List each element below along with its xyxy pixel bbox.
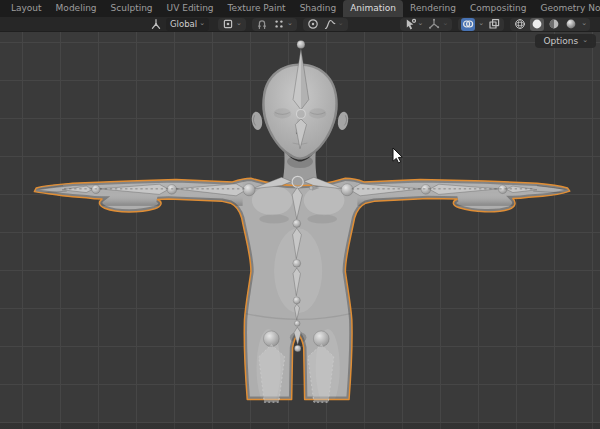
- tab-texture-paint[interactable]: Texture Paint: [221, 0, 293, 17]
- shading-solid-icon[interactable]: [530, 18, 544, 31]
- chevron-down-icon: ⌄: [338, 20, 344, 27]
- snap-magnet-icon[interactable]: [255, 18, 269, 31]
- chevron-down-icon: ⌄: [581, 20, 587, 27]
- tab-animation[interactable]: Animation: [343, 0, 403, 17]
- viewport-3d[interactable]: Options ⌄: [0, 32, 600, 429]
- topbar: Layout Modeling Sculpting UV Editing Tex…: [0, 0, 600, 17]
- viewport-header: Global ⌄ ⌄: [0, 17, 600, 32]
- chevron-down-icon: ⌄: [236, 20, 242, 27]
- falloff-curve-icon[interactable]: ⌄: [323, 18, 345, 31]
- chevron-down-icon: ⌄: [287, 20, 293, 27]
- shading-material-icon[interactable]: [547, 18, 561, 31]
- options-dropdown[interactable]: Options ⌄: [535, 34, 596, 48]
- snap-target-icon[interactable]: ⌄: [272, 18, 294, 31]
- transform-orientation-icon[interactable]: [149, 18, 163, 31]
- tab-uv-editing[interactable]: UV Editing: [160, 0, 221, 17]
- tab-modeling[interactable]: Modeling: [49, 0, 104, 17]
- tab-geometry-nodes[interactable]: Geometry Nodes: [533, 0, 600, 17]
- workspace-tabs: Layout Modeling Sculpting UV Editing Tex…: [0, 0, 600, 17]
- gizmo-icon[interactable]: ⌄: [427, 18, 449, 31]
- object-visibility-icon[interactable]: ⌄: [403, 18, 425, 31]
- chevron-down-icon: ⌄: [582, 37, 588, 44]
- xray-icon[interactable]: [487, 18, 501, 31]
- tab-shading[interactable]: Shading: [293, 0, 344, 17]
- scene-render: [0, 32, 600, 429]
- orientation-label: Global: [170, 19, 197, 29]
- pivot-point-icon[interactable]: ⌄: [221, 18, 243, 31]
- options-label: Options: [543, 36, 578, 46]
- overlays-icon[interactable]: [461, 18, 475, 31]
- character-body-mesh[interactable]: [30, 176, 572, 406]
- proportional-editing-icon[interactable]: [306, 18, 320, 31]
- shading-rendered-icon[interactable]: [564, 18, 578, 31]
- chevron-down-icon: ⌄: [418, 20, 424, 27]
- tab-sculpting[interactable]: Sculpting: [104, 0, 160, 17]
- shading-wireframe-icon[interactable]: [513, 18, 527, 31]
- chevron-down-icon: ⌄: [199, 20, 205, 27]
- armature[interactable]: [62, 41, 537, 403]
- orientation-dropdown[interactable]: Global ⌄: [166, 18, 209, 31]
- chevron-down-icon: ⌄: [442, 20, 448, 27]
- tab-compositing[interactable]: Compositing: [463, 0, 533, 17]
- tab-rendering[interactable]: Rendering: [403, 0, 463, 17]
- chevron-down-icon: ⌄: [478, 20, 484, 27]
- blender-window: Layout Modeling Sculpting UV Editing Tex…: [0, 0, 600, 429]
- tab-layout[interactable]: Layout: [4, 0, 49, 17]
